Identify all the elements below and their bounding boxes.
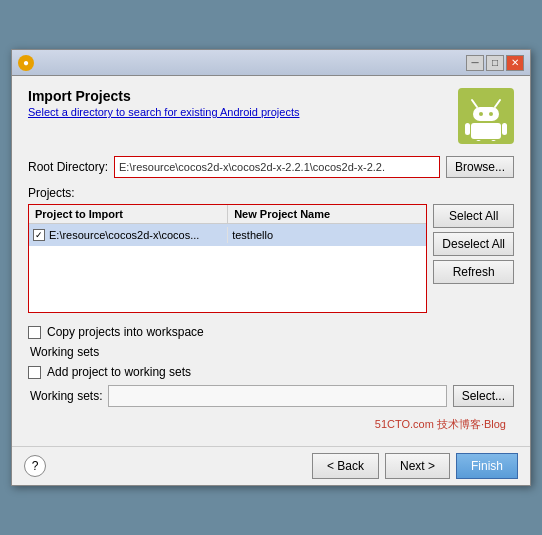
footer-buttons: < Back Next > Finish [312,453,518,479]
add-to-working-sets-label: Add project to working sets [47,365,191,379]
svg-line-1 [495,100,500,107]
empty-row-1 [29,246,426,268]
android-icon [461,91,511,141]
empty-row-2 [29,268,426,290]
maximize-button[interactable]: □ [486,55,504,71]
working-sets-row: Working sets: Select... [30,385,514,407]
footer: ? < Back Next > Finish [12,446,530,485]
root-directory-row: Root Directory: Browse... [28,156,514,178]
watermark-text: 51CTO.com 技术博客·Blog [375,418,506,430]
finish-button[interactable]: Finish [456,453,518,479]
root-directory-input[interactable] [114,156,440,178]
svg-rect-2 [473,107,499,121]
working-sets-label: Working sets: [30,389,102,403]
svg-rect-7 [502,123,507,135]
svg-rect-9 [491,140,496,141]
refresh-button[interactable]: Refresh [433,260,514,284]
side-buttons: Select All Deselect All Refresh [433,204,514,313]
browse-button[interactable]: Browse... [446,156,514,178]
projects-section: Projects: Project to Import New Project … [28,186,514,313]
svg-point-3 [479,112,483,116]
projects-table: Project to Import New Project Name E:\re… [28,204,427,313]
android-logo [458,88,514,144]
help-button[interactable]: ? [24,455,46,477]
working-sets-input[interactable] [108,385,446,407]
copy-projects-checkbox[interactable] [28,326,41,339]
deselect-all-button[interactable]: Deselect All [433,232,514,256]
copy-projects-label: Copy projects into workspace [47,325,204,339]
title-bar: ● ─ □ ✕ [12,50,530,76]
add-to-working-sets-checkbox[interactable] [28,366,41,379]
svg-line-0 [472,100,477,107]
select-all-button[interactable]: Select All [433,204,514,228]
dialog-subtitle: Select a directory to search for existin… [28,106,299,118]
title-bar-left: ● [18,55,34,71]
project-import-cell: E:\resource\cocos2d-x\cocos... [29,227,228,243]
project-checkbox[interactable] [33,229,45,241]
page-header-left: Import Projects Select a directory to se… [28,88,299,118]
projects-label: Projects: [28,186,514,200]
svg-point-4 [489,112,493,116]
project-path: E:\resource\cocos2d-x\cocos... [49,229,199,241]
page-header: Import Projects Select a directory to se… [28,88,514,144]
minimize-button[interactable]: ─ [466,55,484,71]
projects-area: Project to Import New Project Name E:\re… [28,204,514,313]
svg-rect-5 [471,123,501,139]
working-sets-section-label: Working sets [30,345,514,359]
working-sets-select-button[interactable]: Select... [453,385,514,407]
project-name-cell: testhello [228,227,426,243]
options-section: Copy projects into workspace Working set… [28,325,514,407]
empty-row-3 [29,290,426,312]
back-button[interactable]: < Back [312,453,379,479]
copy-projects-row: Copy projects into workspace [28,325,514,339]
col-project-import: Project to Import [29,205,228,223]
col-new-project-name: New Project Name [228,205,426,223]
main-window: ● ─ □ ✕ Import Projects Select a directo… [11,49,531,486]
svg-rect-6 [465,123,470,135]
dialog-title: Import Projects [28,88,299,104]
next-button[interactable]: Next > [385,453,450,479]
window-icon: ● [18,55,34,71]
projects-table-header: Project to Import New Project Name [29,205,426,224]
title-controls: ─ □ ✕ [466,55,524,71]
close-button[interactable]: ✕ [506,55,524,71]
watermark: 51CTO.com 技术博客·Blog [28,415,514,434]
table-row[interactable]: E:\resource\cocos2d-x\cocos... testhello [29,224,426,246]
root-directory-label: Root Directory: [28,160,108,174]
svg-rect-8 [476,140,481,141]
add-to-working-sets-row: Add project to working sets [28,365,514,379]
dialog-content: Import Projects Select a directory to se… [12,76,530,446]
